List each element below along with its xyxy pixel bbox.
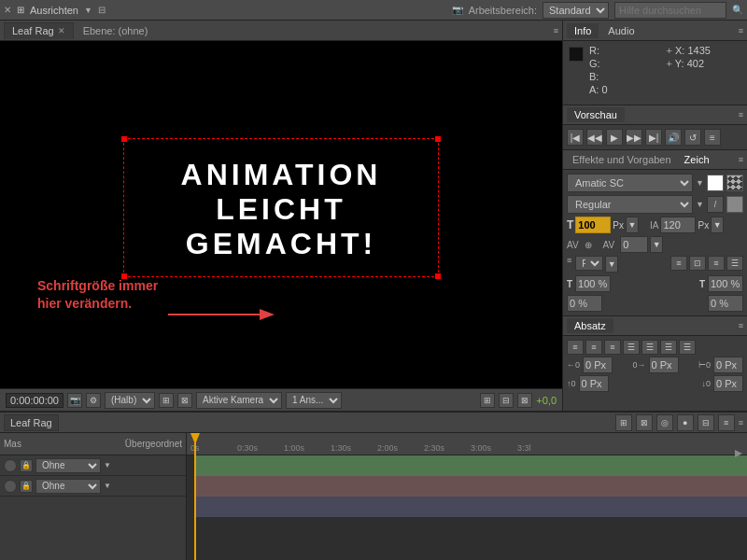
- tl-btn3[interactable]: ◎: [656, 414, 673, 431]
- close-icon[interactable]: ✕: [4, 5, 11, 15]
- char-panel: Amatic SC ▼ Regular ▼ / T Px ▼: [563, 170, 747, 315]
- layout1-btn[interactable]: ⊞: [480, 393, 495, 408]
- tl-lock1[interactable]: 🔒: [20, 459, 33, 472]
- tl-layer-dropdown1[interactable]: ▼: [104, 461, 111, 469]
- line-height-dropdown[interactable]: ▼: [711, 217, 724, 233]
- font-dropdown-icon[interactable]: ▼: [696, 178, 704, 188]
- align-center-btn[interactable]: ⊡: [689, 256, 706, 271]
- tab-info[interactable]: Info: [567, 23, 599, 38]
- prev-last-btn[interactable]: ▶|: [645, 129, 662, 146]
- prev-first-btn[interactable]: |◀: [567, 129, 584, 146]
- tl-eye1[interactable]: [4, 459, 17, 472]
- vert-scale-input[interactable]: [708, 275, 743, 292]
- prev-loop-btn[interactable]: ↺: [684, 129, 701, 146]
- panel-menu-icon5[interactable]: ≡: [739, 321, 743, 330]
- tab-char[interactable]: Zeich: [679, 152, 715, 167]
- tl-lock2[interactable]: 🔒: [20, 480, 33, 493]
- tl-btn5[interactable]: ⊟: [698, 414, 714, 431]
- tl-btn6[interactable]: ≡: [718, 414, 735, 431]
- space-before-input[interactable]: [579, 375, 609, 392]
- grid-btn[interactable]: ⊞: [159, 393, 174, 408]
- spacing-select[interactable]: Px: [575, 256, 603, 271]
- font-size-input[interactable]: [575, 217, 611, 233]
- align-right-btn[interactable]: ≡: [708, 256, 725, 271]
- top-bar: ✕ ⊞ Ausrichten ▼ ⊟ 📷 Arbeitsbereich: Sta…: [0, 0, 747, 21]
- panel-menu-icon[interactable]: ≡: [554, 26, 558, 35]
- tl-mark-300: 3:00s: [471, 443, 517, 453]
- panel-menu-icon2[interactable]: ≡: [739, 26, 743, 35]
- para-full3-btn[interactable]: ☰: [660, 340, 677, 355]
- indent-left-input[interactable]: [583, 357, 613, 373]
- timecode[interactable]: 0:00:00:00: [6, 393, 63, 408]
- tl-layer-select2[interactable]: Ohne: [35, 479, 101, 494]
- horiz-scale-input[interactable]: [575, 275, 611, 292]
- panel-menu-icon4[interactable]: ≡: [739, 155, 743, 164]
- layout3-btn[interactable]: ⊠: [517, 393, 532, 408]
- tl-eye2[interactable]: [4, 480, 17, 493]
- handle-tl[interactable]: [121, 136, 127, 142]
- tab-absatz[interactable]: Absatz: [567, 318, 613, 333]
- panel-menu-icon3[interactable]: ≡: [739, 110, 743, 119]
- comp-tab[interactable]: Leaf Rag ✕: [4, 22, 74, 39]
- search-input[interactable]: [614, 2, 726, 19]
- line-height-input[interactable]: [660, 217, 696, 233]
- settings-btn[interactable]: ⚙: [86, 393, 101, 408]
- spacing-dropdown[interactable]: ▼: [605, 256, 618, 273]
- tracking-dropdown[interactable]: ▼: [650, 236, 663, 253]
- tracking-input[interactable]: [620, 236, 648, 253]
- para-full2-btn[interactable]: ☰: [641, 340, 658, 355]
- grid-icon[interactable]: ⊟: [98, 5, 106, 15]
- tl-btn1[interactable]: ⊞: [615, 414, 632, 431]
- tl-btn4[interactable]: ●: [677, 414, 694, 431]
- font-name-select[interactable]: Amatic SC: [567, 174, 693, 192]
- tl-mark-230: 2:30s: [424, 443, 471, 453]
- indent-first-input[interactable]: [713, 357, 743, 373]
- space-after-input[interactable]: [713, 375, 743, 392]
- tl-btn2[interactable]: ⊠: [636, 414, 653, 431]
- align-justify-btn[interactable]: ☰: [726, 256, 743, 271]
- font-stroke-box[interactable]: [726, 175, 743, 191]
- views-select[interactable]: 1 Ans...: [286, 392, 342, 409]
- quality-select[interactable]: (Halb): [105, 392, 155, 409]
- tsumi-input[interactable]: [708, 295, 743, 312]
- para-left-btn[interactable]: ≡: [567, 340, 584, 355]
- align-left-btn[interactable]: ≡: [670, 256, 687, 271]
- T-label2: T: [699, 279, 705, 289]
- comp-tab-close[interactable]: ✕: [58, 26, 65, 35]
- indent-right-input[interactable]: [649, 357, 679, 373]
- para-center-btn[interactable]: ≡: [585, 340, 602, 355]
- tab-preview[interactable]: Vorschau: [567, 107, 625, 122]
- tab-audio[interactable]: Audio: [600, 23, 641, 38]
- rel-btn[interactable]: ⊠: [177, 393, 192, 408]
- camera-select[interactable]: Aktive Kamera: [196, 392, 282, 409]
- stroke-options-btn[interactable]: /: [707, 196, 724, 213]
- align-row: ≡ Px ▼ ≡ ⊡ ≡ ☰: [567, 256, 743, 273]
- handle-br[interactable]: [435, 273, 441, 279]
- snap-btn[interactable]: 📷: [67, 393, 82, 408]
- baseline-input[interactable]: [567, 295, 602, 312]
- prev-play-btn[interactable]: ▶: [606, 129, 623, 146]
- para-full-btn[interactable]: ☰: [623, 340, 640, 355]
- timeline-tab[interactable]: Leaf Rag: [4, 414, 59, 431]
- prev-step-fwd-btn[interactable]: ▶▶: [626, 129, 642, 146]
- comp-canvas[interactable]: ANIMATION LEICHT GEMACHT! Schriftgröße i…: [0, 41, 562, 388]
- tl-layer-select1[interactable]: Ohne: [35, 458, 101, 473]
- size-unit-dropdown[interactable]: ▼: [626, 217, 639, 233]
- para-full4-btn[interactable]: ☰: [679, 340, 696, 355]
- font-color-box[interactable]: [707, 175, 724, 191]
- font-style-select[interactable]: Regular: [567, 195, 693, 214]
- tl-menu-icon[interactable]: ≡: [739, 418, 743, 427]
- prev-step-back-btn[interactable]: ◀◀: [586, 129, 603, 146]
- font-style-dropdown-icon[interactable]: ▼: [696, 200, 704, 209]
- para-align-row: ≡ ≡ ≡ ☰ ☰ ☰ ☰: [567, 340, 743, 355]
- swatch2-btn[interactable]: [726, 196, 743, 213]
- tl-layer-dropdown2[interactable]: ▼: [104, 482, 111, 490]
- para-right-btn[interactable]: ≡: [604, 340, 621, 355]
- workspace-select[interactable]: Standard: [543, 2, 609, 19]
- comp-text: ANIMATION LEICHT GEMACHT!: [141, 158, 422, 261]
- prev-options-btn[interactable]: ≡: [704, 129, 721, 146]
- prev-audio-btn[interactable]: 🔊: [665, 129, 682, 146]
- layout2-btn[interactable]: ⊟: [499, 393, 514, 408]
- handle-tr[interactable]: [435, 136, 441, 142]
- tab-effects[interactable]: Effekte und Vorgaben: [567, 152, 677, 167]
